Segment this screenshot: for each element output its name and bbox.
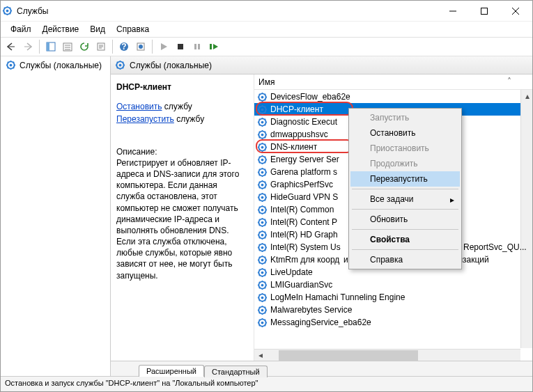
- gear-icon: [257, 104, 268, 115]
- ctx-start[interactable]: Запустить: [350, 110, 460, 125]
- ctx-stop[interactable]: Остановить: [350, 125, 460, 141]
- description-text: Регистрирует и обновляет IP-адреса и DNS…: [116, 157, 247, 281]
- stop-link[interactable]: Остановить: [116, 102, 162, 111]
- menubar: Файл Действие Вид Справка: [1, 22, 532, 37]
- stop-service-button[interactable]: [173, 39, 188, 54]
- tab-extended[interactable]: Расширенный: [139, 365, 204, 377]
- service-name: DNS-клиент: [270, 142, 317, 152]
- submenu-arrow-icon: ▸: [450, 195, 454, 205]
- description-label: Описание:: [116, 146, 247, 157]
- scroll-left-button[interactable]: ◂: [254, 350, 266, 361]
- service-word: службу: [176, 114, 204, 124]
- tree-node-label: Службы (локальные): [20, 61, 102, 70]
- ctx-pause[interactable]: Приостановить: [350, 141, 460, 156]
- separator: [352, 249, 458, 250]
- svg-rect-11: [178, 44, 183, 49]
- ctx-all-tasks[interactable]: Все задачи▸: [350, 191, 460, 207]
- svg-point-10: [139, 45, 143, 49]
- service-name: HideGuard VPN S: [270, 192, 338, 202]
- pause-service-button[interactable]: [190, 39, 205, 54]
- forward-button[interactable]: [20, 39, 36, 54]
- column-header-label: Имя: [258, 77, 275, 87]
- view-tabs: Расширенный Стандартный: [111, 361, 532, 376]
- content-header: Службы (локальные): [111, 56, 532, 75]
- selected-service-name: DHCP-клиент: [116, 81, 247, 93]
- window-title: Службы: [17, 6, 48, 16]
- gear-icon: [257, 267, 268, 278]
- refresh-button[interactable]: [77, 39, 92, 54]
- start-service-button[interactable]: [156, 39, 171, 54]
- gear-icon: [257, 242, 268, 253]
- back-button[interactable]: [3, 39, 19, 54]
- close-button[interactable]: [500, 1, 531, 21]
- ctx-help[interactable]: Справка: [350, 252, 460, 267]
- show-hide-tree-button[interactable]: [43, 39, 59, 54]
- vertical-scrollbar[interactable]: ▴: [520, 90, 532, 348]
- gear-icon: [257, 92, 268, 102]
- separator: [352, 189, 458, 189]
- content-pane: Службы (локальные) DHCP-клиент Остановит…: [111, 56, 532, 376]
- titlebar: Службы: [1, 1, 532, 22]
- gear-icon: [257, 130, 268, 140]
- gear-icon: [257, 305, 268, 315]
- scroll-up-button[interactable]: ▴: [521, 90, 532, 102]
- restart-link[interactable]: Перезапустить: [116, 114, 174, 124]
- horizontal-scrollbar[interactable]: ◂: [254, 349, 520, 361]
- ctx-resume[interactable]: Продолжить: [350, 156, 460, 171]
- ctx-properties[interactable]: Свойства: [350, 232, 460, 247]
- scroll-thumb[interactable]: [279, 350, 418, 361]
- gear-icon: [257, 192, 268, 203]
- detail-panel: DHCP-клиент Остановить службу Перезапуст…: [111, 75, 254, 361]
- service-row[interactable]: DevicesFlow_eba62e: [254, 91, 520, 103]
- gear-icon: [257, 180, 268, 190]
- tab-standard[interactable]: Стандартный: [204, 366, 268, 377]
- service-name: Intel(R) Common: [270, 205, 334, 214]
- service-row[interactable]: Malwarebytes Service: [254, 304, 520, 316]
- help-button[interactable]: ?: [116, 39, 132, 54]
- svg-rect-2: [481, 8, 487, 14]
- tree-pane: Службы (локальные): [1, 56, 111, 376]
- context-menu: Запустить Остановить Приостановить Продо…: [348, 108, 462, 269]
- service-row[interactable]: MessagingService_eba62e: [254, 316, 520, 329]
- service-list-panel: Имя ˄ MessagingService_eba62eMalwarebyte…: [254, 75, 532, 361]
- tree-node-services-local[interactable]: Службы (локальные): [3, 58, 108, 72]
- service-name: dmwappushsvc: [270, 130, 328, 139]
- truncated-row-text: ReportSvc_QU...: [463, 242, 527, 252]
- service-name: KtmRm для коорд: [270, 255, 339, 265]
- service-name: GraphicsPerfSvc: [270, 180, 333, 189]
- service-name: LMIGuardianSvc: [270, 280, 332, 290]
- column-header-name[interactable]: Имя ˄: [254, 75, 532, 90]
- gear-icon: [257, 155, 268, 165]
- service-word: службу: [164, 102, 192, 111]
- export-list-button[interactable]: [60, 39, 75, 54]
- separator: [352, 209, 458, 210]
- menu-view[interactable]: Вид: [84, 23, 111, 36]
- service-name: Intel(R) Content P: [270, 217, 337, 227]
- gear-icon: [257, 255, 268, 265]
- service-name: DevicesFlow_eba62e: [270, 92, 350, 102]
- menu-action[interactable]: Действие: [37, 23, 85, 36]
- ctx-refresh[interactable]: Обновить: [350, 212, 460, 227]
- svg-rect-14: [210, 44, 212, 49]
- service-name: Diagnostic Execut: [270, 117, 337, 127]
- help-topics-button[interactable]: [133, 39, 148, 54]
- gear-icon: [257, 217, 268, 228]
- service-row[interactable]: LMIGuardianSvc: [254, 279, 520, 291]
- gear-icon: [257, 230, 268, 240]
- service-name: Intel(R) System Us: [270, 242, 341, 252]
- properties-button[interactable]: [93, 39, 109, 54]
- minimize-button[interactable]: [437, 1, 468, 21]
- menu-file[interactable]: Файл: [5, 23, 37, 36]
- service-list[interactable]: MessagingService_eba62eMalwarebytes Serv…: [254, 90, 532, 361]
- maximize-button[interactable]: [468, 1, 500, 21]
- service-name: Intel(R) HD Graph: [270, 230, 338, 240]
- gear-icon: [257, 167, 268, 178]
- gear-icon: [257, 280, 268, 290]
- restart-service-button[interactable]: [206, 39, 222, 54]
- service-row[interactable]: LogMeIn Hamachi Tunneling Engine: [254, 291, 520, 304]
- menu-help[interactable]: Справка: [111, 23, 155, 36]
- toolbar: ?: [1, 37, 532, 56]
- service-name: Garena platform s: [270, 167, 337, 177]
- ctx-restart[interactable]: Перезапустить: [350, 171, 460, 187]
- statusbar: Остановка и запуск службы "DHCP-клиент" …: [1, 376, 532, 391]
